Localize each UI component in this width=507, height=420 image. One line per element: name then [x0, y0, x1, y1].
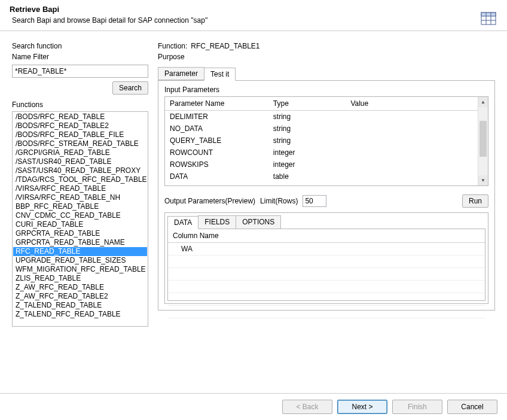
purpose-label: Purpose: [158, 53, 185, 61]
col-type[interactable]: Type: [268, 97, 346, 111]
output-parameters-label: Output Parameters(Preview): [164, 197, 255, 205]
function-list-item[interactable]: CURI_READ_TABLE: [13, 220, 147, 229]
page-subtitle: Search Bapi and browse Bapi detail for S…: [10, 16, 497, 25]
param-scrollbar[interactable]: ▲ ▼: [478, 97, 488, 185]
back-button[interactable]: < Back: [282, 400, 332, 414]
param-value[interactable]: [346, 123, 488, 135]
function-list-item[interactable]: GRPCRTA_READ_TABLE_NAME: [13, 238, 147, 247]
function-list-item[interactable]: /BODS/RFC_READ_TABLE_FILE: [13, 130, 147, 139]
output-row-empty: [168, 281, 485, 293]
function-list-item[interactable]: /SAST/USR40_READ_TABLE: [13, 157, 147, 166]
scroll-down-icon[interactable]: ▼: [478, 175, 488, 185]
functions-list[interactable]: /BODS/RFC_READ_TABLE/BODS/RFC_READ_TABLE…: [12, 111, 148, 327]
function-list-item[interactable]: /BODS/RFC_READ_TABLE: [13, 112, 147, 121]
function-list-item[interactable]: /BODS/RFC_READ_TABLE2: [13, 121, 147, 130]
output-row-empty: [168, 306, 485, 318]
output-tab-options[interactable]: OPTIONS: [236, 215, 281, 229]
input-parameters-label: Input Parameters: [164, 86, 219, 94]
param-name: ROWSKIPS: [165, 159, 268, 171]
function-list-item[interactable]: CNV_CDMC_CC_READ_TABLE: [13, 211, 147, 220]
col-value[interactable]: Value: [346, 97, 488, 111]
param-value[interactable]: [346, 135, 488, 147]
functions-label: Functions: [12, 101, 148, 109]
param-row[interactable]: ROWSKIPSinteger: [165, 159, 488, 171]
function-list-item[interactable]: RFC_READ_TABLE: [13, 247, 147, 256]
function-list-item[interactable]: /TDAG/RCS_TOOL_RFC_READ_TABLE: [13, 175, 147, 184]
function-list-item[interactable]: Z_AW_RFC_READ_TABLE2: [13, 292, 147, 301]
scroll-up-icon[interactable]: ▲: [478, 97, 488, 107]
param-name: QUERY_TABLE: [165, 135, 268, 147]
param-name: FIELDS: [165, 182, 268, 185]
param-row[interactable]: NO_DATAstring: [165, 123, 488, 135]
param-row[interactable]: FIELDStable: [165, 182, 488, 185]
param-value[interactable]: [346, 171, 488, 182]
function-list-item[interactable]: ZLIS_READ_TABLE: [13, 274, 147, 283]
scroll-thumb[interactable]: [479, 121, 487, 157]
param-name: DELIMITER: [165, 111, 268, 123]
finish-button[interactable]: Finish: [392, 400, 442, 414]
param-value[interactable]: [346, 182, 488, 185]
function-list-item[interactable]: /GRCPI/GRIA_READ_TABLE: [13, 148, 147, 157]
param-value[interactable]: [346, 147, 488, 159]
param-type: string: [268, 123, 346, 135]
param-name: ROWCOUNT: [165, 147, 268, 159]
param-type: table: [268, 182, 346, 185]
param-value[interactable]: [346, 111, 488, 123]
param-name: DATA: [165, 171, 268, 182]
param-row[interactable]: DATAtable: [165, 171, 488, 182]
param-type: integer: [268, 147, 346, 159]
cancel-button[interactable]: Cancel: [447, 400, 497, 414]
function-list-item[interactable]: /BODS/RFC_STREAM_READ_TABLE: [13, 139, 147, 148]
tab-test-it[interactable]: Test it: [204, 68, 236, 81]
param-name: NO_DATA: [165, 123, 268, 135]
param-type: integer: [268, 159, 346, 171]
param-type: string: [268, 111, 346, 123]
search-button[interactable]: Search: [112, 81, 148, 95]
function-list-item[interactable]: BBP_RFC_READ_TABLE: [13, 202, 147, 211]
output-cell: WA: [168, 243, 485, 255]
page-title: Retrieve Bapi: [10, 5, 497, 14]
function-label: Function:: [158, 42, 187, 50]
param-type: string: [268, 135, 346, 147]
next-button[interactable]: Next >: [337, 400, 387, 414]
output-row-empty: [168, 255, 485, 268]
function-list-item[interactable]: GRPCRTA_READ_TABLE: [13, 229, 147, 238]
param-row[interactable]: ROWCOUNTinteger: [165, 147, 488, 159]
param-type: table: [268, 171, 346, 182]
output-tab-data[interactable]: DATA: [167, 216, 198, 229]
function-list-item[interactable]: Z_AW_RFC_READ_TABLE: [13, 283, 147, 292]
limit-rows-input[interactable]: [303, 195, 326, 207]
name-filter-label: Name Filter: [12, 53, 148, 61]
function-list-item[interactable]: Z_TALEND_RFC_READ_TABLE: [13, 310, 147, 319]
output-row-empty: [168, 293, 485, 306]
function-list-item[interactable]: UPGRADE_READ_TABLE_SIZES: [13, 256, 147, 265]
table-icon: [481, 12, 496, 25]
col-column-name[interactable]: Column Name: [168, 229, 485, 243]
function-list-item[interactable]: Z_TALEND_READ_TABLE: [13, 301, 147, 310]
col-parameter-name[interactable]: Parameter Name: [165, 97, 268, 111]
tab-parameter[interactable]: Parameter: [158, 67, 204, 80]
output-row-empty: [168, 268, 485, 281]
search-function-label: Search function: [12, 42, 148, 50]
param-row[interactable]: DELIMITERstring: [165, 111, 488, 123]
function-list-item[interactable]: /VIRSA/RFC_READ_TABLE: [13, 184, 147, 193]
run-button[interactable]: Run: [462, 194, 488, 208]
name-filter-input[interactable]: [12, 65, 148, 78]
output-tab-fields[interactable]: FIELDS: [198, 215, 236, 229]
param-row[interactable]: QUERY_TABLEstring: [165, 135, 488, 147]
function-list-item[interactable]: /VIRSA/RFC_READ_TABLE_NH: [13, 193, 147, 202]
function-list-item[interactable]: /SAST/USR40_READ_TABLE_PROXY: [13, 166, 147, 175]
limit-rows-label: Limit(Rows): [260, 197, 298, 205]
function-list-item[interactable]: WFM_MIGRATION_RFC_READ_TABLE: [13, 265, 147, 274]
output-row[interactable]: WA: [168, 243, 485, 255]
param-value[interactable]: [346, 159, 488, 171]
function-name: RFC_READ_TABLE1: [191, 42, 259, 50]
svg-rect-1: [481, 13, 496, 16]
